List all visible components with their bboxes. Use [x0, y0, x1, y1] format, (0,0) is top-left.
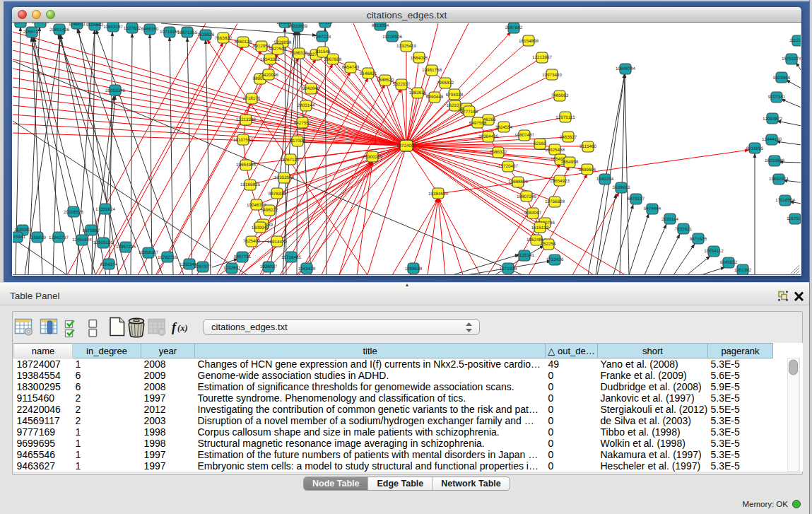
svg-text:8860124: 8860124 — [235, 40, 252, 45]
svg-text:7515526: 7515526 — [197, 33, 215, 37]
svg-text:1112223: 1112223 — [789, 38, 801, 43]
svg-text:9115460: 9115460 — [579, 144, 597, 149]
svg-text:12353594: 12353594 — [274, 175, 295, 180]
svg-text:1615132: 1615132 — [531, 226, 549, 230]
svg-text:6794028: 6794028 — [446, 93, 464, 98]
svg-text:8454749: 8454749 — [342, 65, 360, 70]
svg-text:9777169: 9777169 — [461, 110, 478, 115]
svg-text:10653287: 10653287 — [103, 25, 124, 30]
svg-text:8878334: 8878334 — [269, 192, 286, 197]
svg-text:917006: 917006 — [290, 139, 305, 144]
svg-text:1167530: 1167530 — [787, 216, 801, 221]
svg-text:9899695: 9899695 — [579, 168, 596, 173]
svg-text:9975887: 9975887 — [83, 228, 100, 233]
svg-text:16914479: 16914479 — [267, 240, 288, 245]
svg-text:19692971: 19692971 — [769, 177, 789, 182]
svg-text:12213967: 12213967 — [532, 55, 553, 60]
svg-text:6497568: 6497568 — [469, 121, 487, 126]
svg-text:16033809: 16033809 — [288, 24, 308, 29]
svg-text:12942737: 12942737 — [49, 235, 69, 240]
svg-text:2055712: 2055712 — [23, 30, 41, 35]
svg-text:10973493: 10973493 — [542, 73, 563, 78]
svg-text:1640254: 1640254 — [596, 177, 614, 182]
svg-text:8186328: 8186328 — [290, 51, 308, 56]
svg-text:16136141: 16136141 — [514, 253, 535, 258]
svg-text:19218506: 19218506 — [382, 35, 403, 40]
svg-text:16671355: 16671355 — [177, 30, 198, 35]
svg-text:9463627: 9463627 — [560, 135, 577, 140]
svg-text:17957225: 17957225 — [116, 245, 136, 250]
svg-text:2069140: 2069140 — [32, 23, 49, 25]
svg-text:9857791: 9857791 — [234, 255, 252, 259]
svg-text:19756928: 19756928 — [545, 199, 565, 204]
svg-text:3824554: 3824554 — [495, 125, 513, 130]
svg-text:15716485: 15716485 — [281, 255, 302, 260]
svg-text:2718176: 2718176 — [243, 96, 261, 101]
svg-text:8154374: 8154374 — [100, 262, 118, 267]
svg-text:10688609: 10688609 — [508, 180, 529, 185]
svg-text:20053346: 20053346 — [105, 88, 126, 93]
svg-text:9242848: 9242848 — [302, 86, 320, 91]
svg-text:757224: 757224 — [317, 23, 333, 25]
svg-text:2935114: 2935114 — [661, 217, 679, 222]
svg-text:62160: 62160 — [534, 141, 546, 146]
svg-text:1864095: 1864095 — [411, 56, 428, 61]
svg-text:23420046: 23420046 — [259, 73, 279, 78]
svg-text:9084067: 9084067 — [524, 211, 542, 216]
svg-text:17016504: 17016504 — [775, 198, 796, 203]
svg-text:18724007: 18724007 — [396, 144, 417, 148]
svg-text:9245652: 9245652 — [720, 260, 738, 265]
svg-text:252254: 252254 — [541, 242, 556, 247]
svg-text:10807487: 10807487 — [514, 133, 535, 138]
svg-text:19654985: 19654985 — [236, 163, 257, 168]
svg-text:12093872: 12093872 — [763, 117, 783, 122]
svg-text:7986322: 7986322 — [490, 150, 507, 155]
svg-text:3915941: 3915941 — [13, 235, 26, 240]
svg-text:1362615: 1362615 — [409, 90, 427, 95]
svg-text:2087682: 2087682 — [505, 25, 523, 30]
svg-text:10107553: 10107553 — [233, 138, 254, 143]
svg-text:16210643: 16210643 — [765, 158, 785, 163]
svg-text:13325419: 13325419 — [396, 44, 417, 49]
svg-text:12505135: 12505135 — [93, 240, 114, 245]
svg-text:9287377: 9287377 — [194, 264, 212, 269]
svg-text:1654958: 1654958 — [561, 160, 579, 165]
svg-text:12213389: 12213389 — [236, 117, 257, 122]
svg-text:10654112: 10654112 — [704, 249, 724, 254]
svg-text:25300205: 25300205 — [363, 155, 383, 160]
svg-text:16543362: 16543362 — [260, 57, 281, 62]
svg-text:20891406: 20891406 — [49, 28, 70, 33]
svg-text:1038037: 1038037 — [260, 264, 278, 269]
svg-text:8215955: 8215955 — [746, 146, 764, 151]
svg-text:8471676: 8471676 — [690, 237, 707, 242]
svg-text:1071938: 1071938 — [500, 267, 517, 271]
svg-text:5938923: 5938923 — [613, 185, 630, 190]
svg-text:11451944: 11451944 — [72, 238, 92, 243]
svg-text:5498222: 5498222 — [261, 208, 278, 213]
svg-text:7357224: 7357224 — [314, 35, 331, 40]
svg-text:20206576: 20206576 — [64, 210, 84, 215]
svg-text:7485063: 7485063 — [551, 93, 569, 98]
svg-text:15751074: 15751074 — [782, 57, 801, 62]
svg-text:831546: 831546 — [315, 49, 331, 54]
svg-text:1032837: 1032837 — [223, 266, 241, 271]
svg-text:17359924: 17359924 — [95, 207, 116, 212]
svg-text:20364436: 20364436 — [478, 134, 499, 139]
svg-text:7625402: 7625402 — [243, 239, 261, 244]
svg-text:1588520: 1588520 — [377, 78, 394, 83]
svg-text:2867608: 2867608 — [324, 57, 342, 62]
svg-text:2803144: 2803144 — [298, 103, 315, 108]
svg-text:1058538: 1058538 — [405, 267, 423, 271]
svg-text:15720407: 15720407 — [498, 164, 519, 169]
svg-text:9329966: 9329966 — [773, 76, 791, 81]
svg-text:18807249: 18807249 — [517, 194, 537, 199]
svg-text:19166825: 19166825 — [240, 182, 261, 187]
svg-text:7955812: 7955812 — [437, 81, 454, 86]
svg-text:9104662: 9104662 — [86, 23, 104, 28]
svg-text:1051382: 1051382 — [734, 268, 752, 273]
svg-text:10958107: 10958107 — [139, 250, 159, 255]
svg-text:12444190: 12444190 — [762, 137, 782, 142]
svg-text:9146821: 9146821 — [360, 71, 377, 76]
svg-text:3267110: 3267110 — [282, 158, 300, 163]
svg-text:19384554: 19384554 — [428, 192, 449, 197]
